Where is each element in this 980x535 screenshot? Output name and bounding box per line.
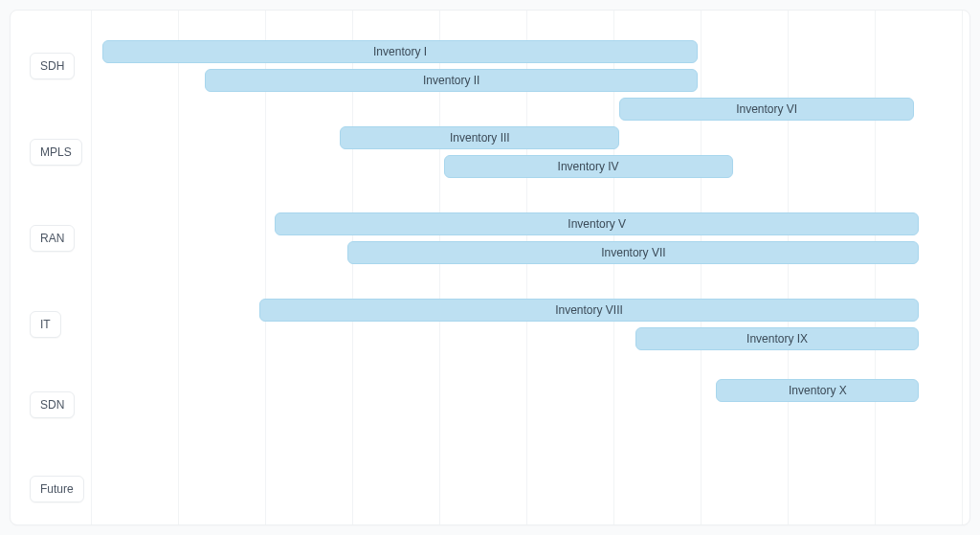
row-label: Future bbox=[30, 476, 84, 502]
gantt-bar-label: Inventory III bbox=[450, 131, 510, 145]
gantt-bar-label: Inventory VIII bbox=[555, 303, 623, 317]
row-label: SDN bbox=[30, 391, 75, 418]
gantt-panel: SDHMPLSRANITSDNFuture Inventory IInvento… bbox=[10, 10, 970, 525]
row-label: RAN bbox=[30, 225, 75, 252]
gantt-bar-label: Inventory VI bbox=[736, 102, 797, 116]
row-label: MPLS bbox=[30, 139, 82, 166]
gantt-bar-label: Inventory II bbox=[423, 74, 479, 87]
gantt-bar-label: Inventory X bbox=[789, 384, 847, 397]
plot-area: Inventory IInventory IIInventory VIInven… bbox=[91, 11, 960, 524]
gantt-bar-label: Inventory IV bbox=[558, 160, 619, 173]
gantt-bar-label: Inventory VII bbox=[601, 246, 665, 259]
gantt-bar[interactable]: Inventory V bbox=[275, 212, 919, 235]
gantt-bar[interactable]: Inventory IX bbox=[635, 327, 920, 350]
gantt-bar-label: Inventory V bbox=[568, 217, 626, 231]
gantt-bar[interactable]: Inventory I bbox=[102, 40, 698, 63]
gantt-bar[interactable]: Inventory VI bbox=[619, 98, 914, 121]
gantt-bar-label: Inventory I bbox=[373, 45, 427, 58]
gantt-bar[interactable]: Inventory VIII bbox=[259, 299, 920, 322]
gantt-bar[interactable]: Inventory III bbox=[340, 126, 619, 149]
gantt-bar-label: Inventory IX bbox=[746, 332, 808, 346]
gantt-bar[interactable]: Inventory II bbox=[205, 69, 698, 92]
gantt-bar[interactable]: Inventory X bbox=[716, 379, 919, 402]
row-label: SDH bbox=[30, 53, 75, 79]
row-labels: SDHMPLSRANITSDNFuture bbox=[11, 11, 91, 524]
gantt-bar[interactable]: Inventory VII bbox=[347, 241, 919, 264]
row-label: IT bbox=[30, 311, 61, 338]
gantt-bar[interactable]: Inventory IV bbox=[444, 155, 733, 178]
